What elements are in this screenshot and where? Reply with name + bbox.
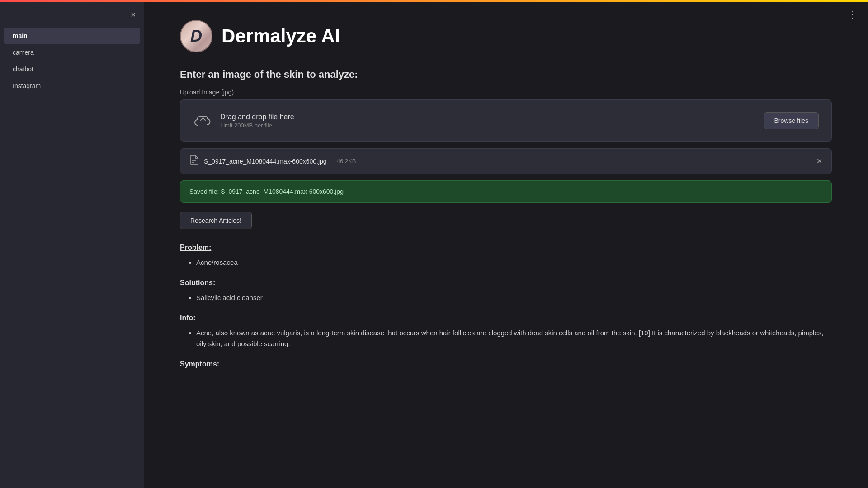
sidebar-item-chatbot[interactable]: chatbot <box>4 61 140 77</box>
upload-text-block: Drag and drop file here Limit 200MB per … <box>220 113 294 129</box>
app-title: Dermalyze AI <box>222 25 340 47</box>
sidebar-item-instagram[interactable]: Instagram <box>4 78 140 94</box>
sidebar-item-main[interactable]: main <box>4 28 140 44</box>
symptoms-section: Symptoms: <box>180 360 832 368</box>
problem-list: Acne/rosacea <box>180 257 832 268</box>
research-articles-button[interactable]: Research Articles! <box>180 212 252 229</box>
problem-section: Problem: Acne/rosacea <box>180 244 832 268</box>
file-remove-button[interactable]: ✕ <box>816 157 822 165</box>
main-content: ⋮ D Dermalyze AI Enter an image of the s… <box>144 2 868 488</box>
info-section: Info: Acne, also known as acne vulgaris,… <box>180 314 832 349</box>
problem-heading: Problem: <box>180 244 832 252</box>
file-doc-icon <box>189 155 198 167</box>
top-right-menu-area: ⋮ <box>848 9 857 20</box>
upload-label: Upload Image (jpg) <box>180 89 832 96</box>
symptoms-heading: Symptoms: <box>180 360 832 368</box>
sidebar-item-camera[interactable]: camera <box>4 44 140 61</box>
solutions-section: Solutions: Salicylic acid cleanser <box>180 279 832 303</box>
info-list: Acne, also known as acne vulgaris, is a … <box>180 328 832 349</box>
more-options-button[interactable]: ⋮ <box>848 9 857 20</box>
sidebar: ✕ main camera chatbot Instagram <box>0 2 144 488</box>
solutions-list: Salicylic acid cleanser <box>180 292 832 303</box>
upload-drag-text: Drag and drop file here <box>220 113 294 121</box>
upload-dropzone[interactable]: Drag and drop file here Limit 200MB per … <box>180 99 832 142</box>
upload-left: Drag and drop file here Limit 200MB per … <box>193 111 294 131</box>
app-header: D Dermalyze AI <box>180 20 832 52</box>
app-logo: D <box>180 20 212 52</box>
problem-item-0: Acne/rosacea <box>196 257 832 268</box>
info-heading: Info: <box>180 314 832 322</box>
browse-files-button[interactable]: Browse files <box>764 112 819 129</box>
upload-limit-text: Limit 200MB per file <box>220 122 294 129</box>
file-size: 46.2KB <box>337 158 356 164</box>
solution-item-0: Salicylic acid cleanser <box>196 292 832 303</box>
info-item-0: Acne, also known as acne vulgaris, is a … <box>196 328 832 349</box>
section-title: Enter an image of the skin to analyze: <box>180 69 832 80</box>
close-button[interactable]: ✕ <box>127 9 138 20</box>
sidebar-nav: main camera chatbot Instagram <box>0 23 144 98</box>
file-name: S_0917_acne_M1080444.max-600x600.jpg <box>204 158 327 165</box>
file-left: S_0917_acne_M1080444.max-600x600.jpg 46.… <box>189 155 356 167</box>
uploaded-file-item: S_0917_acne_M1080444.max-600x600.jpg 46.… <box>180 148 832 174</box>
upload-cloud-icon <box>193 111 213 131</box>
solutions-heading: Solutions: <box>180 279 832 287</box>
success-message: Saved file: S_0917_acne_M1080444.max-600… <box>180 180 832 203</box>
sidebar-close-area: ✕ <box>0 5 144 23</box>
